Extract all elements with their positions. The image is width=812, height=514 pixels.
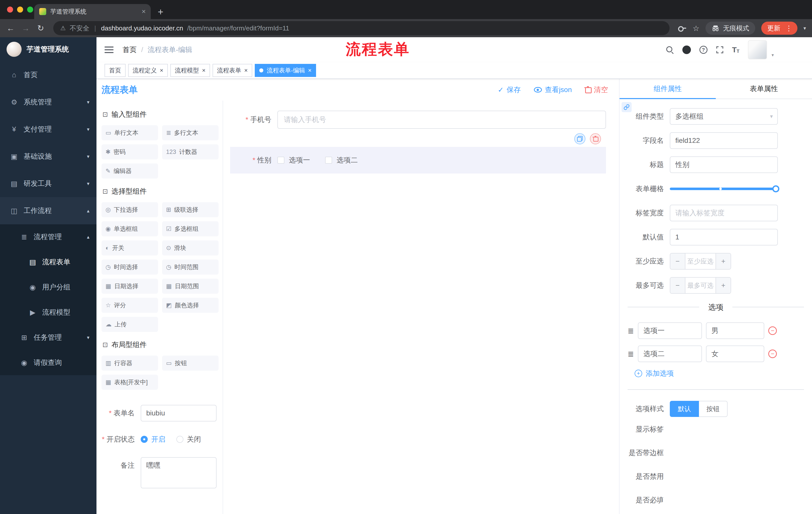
chevron-down-icon[interactable]: ▾: [772, 52, 774, 59]
sidebar-logo[interactable]: 芋道管理系统: [0, 37, 96, 61]
style-button-button[interactable]: 按钮: [699, 401, 728, 417]
palette-item-checkbox-group[interactable]: ☑多选框组: [162, 221, 219, 236]
close-icon[interactable]: ×: [202, 67, 205, 74]
minus-button[interactable]: −: [670, 253, 685, 269]
window-minimize-button[interactable]: [17, 6, 23, 12]
sidebar-toggle-icon[interactable]: [105, 47, 114, 53]
delete-field-button[interactable]: [590, 133, 601, 144]
field-name-input[interactable]: [670, 132, 778, 149]
palette-item-button[interactable]: ▭按钮: [162, 356, 219, 371]
back-button[interactable]: ←: [6, 24, 15, 33]
tag-process-definition[interactable]: 流程定义 ×: [128, 64, 168, 77]
address-bar[interactable]: ⚠ 不安全 | dashboard.yudao.iocoder.cn/bpm/m…: [53, 21, 670, 35]
style-default-button[interactable]: 默认: [670, 401, 699, 417]
palette-item-password[interactable]: ✱密码: [102, 144, 158, 159]
reload-button[interactable]: ↻: [36, 23, 45, 33]
breadcrumb-home[interactable]: 首页: [123, 45, 137, 55]
title-input[interactable]: [670, 156, 778, 173]
tag-process-form[interactable]: 流程表单 ×: [212, 64, 252, 77]
palette-item-upload[interactable]: ☁上传: [102, 317, 158, 332]
browser-tab[interactable]: 芋道管理系统 ×: [34, 4, 151, 19]
chevron-down-icon[interactable]: ▾: [804, 25, 806, 31]
palette-item-date-picker[interactable]: ▦日期选择: [102, 279, 158, 294]
palette-item-time-range[interactable]: ◷时间范围: [162, 260, 219, 275]
clear-button[interactable]: 清空: [585, 85, 608, 94]
sidebar-item-workflow[interactable]: ◫ 工作流程 ▴: [0, 197, 96, 224]
bookmark-star-icon[interactable]: ☆: [693, 24, 699, 33]
password-key-icon[interactable]: [677, 24, 687, 33]
sidebar-item-home[interactable]: ⌂ 首页: [0, 61, 96, 88]
plus-button[interactable]: +: [716, 253, 731, 269]
gender-option2-checkbox[interactable]: 选项二: [325, 155, 358, 165]
update-button[interactable]: 更新 ⋮: [761, 22, 798, 35]
user-avatar[interactable]: [748, 40, 767, 59]
tag-process-form-edit[interactable]: 流程表单-编辑 ×: [255, 64, 316, 77]
github-icon[interactable]: [683, 46, 691, 54]
window-close-button[interactable]: [7, 6, 13, 12]
palette-item-color-picker[interactable]: ◩颜色选择: [162, 298, 219, 313]
search-icon[interactable]: [666, 46, 674, 54]
sidebar-item-task-management[interactable]: ⊞ 任务管理 ▾: [0, 325, 96, 350]
slider-handle[interactable]: [772, 185, 779, 192]
sidebar-item-leave-query[interactable]: ◉ 请假查询: [0, 350, 96, 375]
save-button[interactable]: ✓ 保存: [498, 85, 521, 94]
sidebar-item-process-management[interactable]: ≣ 流程管理 ▴: [0, 224, 96, 249]
palette-item-slider[interactable]: ⊙滑块: [162, 240, 219, 255]
fullscreen-icon[interactable]: [716, 46, 724, 54]
sidebar-item-user-group[interactable]: ◉ 用户分组: [0, 275, 96, 300]
palette-item-radio-group[interactable]: ◉单选框组: [102, 221, 158, 236]
label-width-input[interactable]: [670, 205, 778, 221]
palette-item-rate[interactable]: ☆评分: [102, 298, 158, 313]
close-icon[interactable]: ×: [160, 67, 163, 74]
tab-component-props[interactable]: 组件属性: [619, 79, 716, 99]
add-option-button[interactable]: + 添加选项: [619, 369, 812, 378]
drag-handle-icon[interactable]: ≣: [628, 350, 634, 358]
palette-item-rich-editor[interactable]: ✎编辑器: [102, 163, 158, 179]
default-value-input[interactable]: [670, 229, 778, 245]
status-on-radio[interactable]: 开启: [141, 435, 165, 444]
gender-option1-checkbox[interactable]: 选项一: [278, 155, 310, 165]
form-remark-textarea[interactable]: 嘿嘿: [141, 457, 216, 488]
copy-field-button[interactable]: [574, 133, 585, 144]
palette-item-single-line-text[interactable]: ▭单行文本: [102, 125, 158, 140]
form-canvas[interactable]: 手机号 性别 选项一 选: [223, 101, 619, 514]
option-value-input[interactable]: [706, 322, 764, 339]
drag-handle-icon[interactable]: ≣: [628, 326, 634, 335]
status-off-radio[interactable]: 关闭: [176, 435, 201, 444]
sidebar-item-process-form[interactable]: ▤ 流程表单: [0, 249, 96, 275]
sidebar-item-payment-management[interactable]: ¥ 支付管理 ▾: [0, 116, 96, 143]
palette-item-table[interactable]: ▦表格[开发中]: [102, 375, 158, 390]
browser-menu-icon[interactable]: ⋮: [782, 24, 795, 32]
remove-option-button[interactable]: −: [768, 350, 777, 358]
tag-home[interactable]: 首页: [105, 64, 126, 77]
sidebar-item-process-model[interactable]: ▶ 流程模型: [0, 300, 96, 325]
security-warning-icon[interactable]: ⚠: [60, 25, 66, 32]
form-name-input[interactable]: [141, 405, 216, 422]
font-size-icon[interactable]: TT: [732, 46, 740, 54]
max-select-value[interactable]: 最多可选: [685, 278, 716, 293]
min-select-value[interactable]: 至少应选: [685, 253, 716, 269]
close-icon[interactable]: ×: [308, 67, 312, 74]
grid-slider[interactable]: [670, 181, 778, 197]
phone-input[interactable]: [278, 111, 606, 129]
sidebar-item-infrastructure[interactable]: ▣ 基础设施 ▾: [0, 143, 96, 170]
new-tab-button[interactable]: +: [158, 7, 163, 17]
tab-close-icon[interactable]: ×: [142, 7, 146, 16]
tag-process-model[interactable]: 流程模型 ×: [170, 64, 210, 77]
palette-item-multi-line-text[interactable]: ≣多行文本: [162, 125, 219, 140]
tab-form-props[interactable]: 表单属性: [716, 79, 812, 99]
palette-item-counter[interactable]: 123计数器: [162, 144, 219, 159]
forward-button[interactable]: →: [21, 24, 30, 33]
palette-item-time-picker[interactable]: ◷时间选择: [102, 260, 158, 275]
help-icon[interactable]: ?: [699, 46, 707, 54]
window-zoom-button[interactable]: [27, 6, 33, 12]
close-icon[interactable]: ×: [244, 67, 248, 74]
view-json-button[interactable]: 查看json: [534, 85, 572, 94]
palette-item-switch[interactable]: ◐开关: [102, 240, 158, 255]
canvas-field-gender[interactable]: 性别 选项一 选项二: [230, 147, 606, 173]
palette-item-row-container[interactable]: ▥行容器: [102, 356, 158, 371]
remove-option-button[interactable]: −: [768, 326, 777, 335]
minus-button[interactable]: −: [670, 278, 685, 293]
palette-item-date-range[interactable]: ▦日期范围: [162, 279, 219, 294]
palette-item-cascader[interactable]: ⊞级联选择: [162, 202, 219, 217]
